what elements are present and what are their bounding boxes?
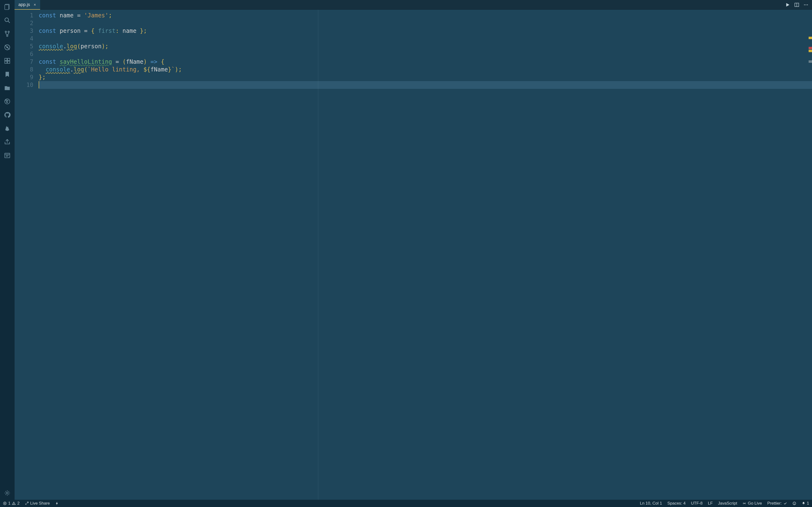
- github-icon[interactable]: [3, 111, 12, 119]
- check-icon: [783, 501, 787, 505]
- svg-rect-9: [5, 58, 7, 61]
- feedback-status[interactable]: [792, 501, 797, 505]
- quick-action-status[interactable]: [54, 501, 60, 505]
- tabs-spacer: [40, 0, 781, 9]
- encoding-status[interactable]: UTF-8: [690, 501, 704, 506]
- svg-point-4: [5, 31, 6, 33]
- svg-point-2: [5, 18, 8, 21]
- svg-point-27: [744, 503, 745, 504]
- firebase-icon[interactable]: [3, 124, 12, 133]
- live-share-status[interactable]: Live Share: [24, 501, 51, 506]
- warning-icon: [12, 501, 16, 505]
- error-marker[interactable]: [809, 47, 812, 49]
- code-line[interactable]: };: [39, 73, 812, 81]
- svg-rect-1: [5, 5, 8, 10]
- code-line[interactable]: [39, 19, 812, 27]
- line-number: 4: [14, 35, 33, 43]
- editor-actions: [781, 0, 812, 9]
- code-line[interactable]: const name = 'James';: [39, 12, 812, 19]
- text-cursor: [39, 81, 39, 89]
- activity-bar-top: [3, 2, 12, 160]
- extensions-icon[interactable]: [3, 56, 12, 65]
- overview-ruler: [809, 10, 812, 63]
- tab-label: app.js: [18, 2, 30, 7]
- status-left: 1 2 Live Share: [2, 501, 60, 506]
- notifications-status[interactable]: 1: [801, 501, 810, 506]
- line-number: 10: [14, 81, 33, 89]
- error-count: 1: [8, 501, 10, 506]
- svg-point-6: [6, 35, 8, 37]
- share-icon[interactable]: [3, 137, 12, 146]
- files-icon[interactable]: [3, 83, 12, 92]
- close-icon[interactable]: ×: [33, 3, 37, 7]
- svg-point-28: [793, 502, 796, 505]
- editor-group: app.js × 12345678910: [14, 0, 812, 500]
- bell-icon: [802, 501, 806, 505]
- code-line[interactable]: [39, 81, 812, 89]
- code-line[interactable]: console.log(`Hello linting, ${fName}`);: [39, 66, 812, 73]
- line-number: 6: [14, 50, 33, 58]
- line-number: 8: [14, 66, 33, 73]
- language-status[interactable]: JavaScript: [717, 501, 738, 506]
- live-share-label: Live Share: [30, 501, 50, 506]
- svg-rect-10: [7, 58, 10, 61]
- line-number: 5: [14, 43, 33, 50]
- editor-body[interactable]: 12345678910 const name = 'James';const p…: [14, 10, 812, 500]
- code-line[interactable]: console.log(person);: [39, 43, 812, 50]
- main-row: app.js × 12345678910: [0, 0, 812, 500]
- svg-line-3: [8, 21, 10, 23]
- error-icon: [3, 501, 7, 505]
- status-bar: 1 2 Live Share Ln 10, Col 1 Spaces: 4 UT…: [0, 500, 812, 507]
- go-live-status[interactable]: Go Live: [742, 501, 763, 506]
- indentation-status[interactable]: Spaces: 4: [666, 501, 687, 506]
- cursor-position[interactable]: Ln 10, Col 1: [639, 501, 663, 506]
- circle-branch-icon[interactable]: [3, 97, 12, 106]
- line-number: 7: [14, 58, 33, 66]
- warning-marker[interactable]: [809, 50, 812, 52]
- browser-preview-icon[interactable]: [3, 151, 12, 160]
- svg-point-29: [794, 503, 794, 503]
- smiley-icon: [793, 501, 796, 505]
- notification-count: 1: [807, 501, 809, 506]
- svg-point-21: [804, 4, 805, 5]
- code-line[interactable]: [39, 35, 812, 43]
- more-icon[interactable]: [803, 2, 809, 7]
- broadcast-icon: [743, 501, 746, 505]
- prettier-status[interactable]: Prettier:: [766, 501, 788, 506]
- svg-point-23: [807, 4, 808, 5]
- explorer-icon[interactable]: [3, 2, 12, 11]
- code-line[interactable]: [39, 50, 812, 58]
- problems-status[interactable]: 1 2: [2, 501, 20, 506]
- svg-point-18: [6, 492, 8, 494]
- bookmark-icon[interactable]: [3, 70, 12, 79]
- activity-bar: [0, 0, 14, 500]
- status-right: Ln 10, Col 1 Spaces: 4 UTF-8 LF JavaScri…: [639, 501, 810, 506]
- line-number: 1: [14, 12, 33, 19]
- svg-rect-11: [5, 61, 7, 63]
- svg-point-22: [806, 4, 806, 5]
- run-icon[interactable]: [785, 2, 790, 7]
- code-line[interactable]: const person = { first: name };: [39, 27, 812, 35]
- settings-gear-icon[interactable]: [3, 489, 12, 497]
- eol-status[interactable]: LF: [707, 501, 714, 506]
- bolt-icon: [55, 501, 59, 505]
- svg-point-30: [795, 503, 795, 503]
- code-line[interactable]: const sayHelloLinting = (fName) => {: [39, 58, 812, 66]
- line-number: 2: [14, 19, 33, 27]
- svg-point-26: [14, 504, 14, 504]
- warning-count: 2: [17, 501, 19, 506]
- debug-icon[interactable]: [3, 43, 12, 52]
- source-control-icon[interactable]: [3, 30, 12, 38]
- warning-marker[interactable]: [809, 37, 812, 39]
- tab-app-js[interactable]: app.js ×: [14, 0, 40, 9]
- gutter: 12345678910: [14, 10, 39, 500]
- search-icon[interactable]: [3, 16, 12, 24]
- code-area[interactable]: const name = 'James';const person = { fi…: [39, 10, 812, 500]
- line-number: 9: [14, 73, 33, 81]
- cursor-marker: [809, 60, 812, 63]
- live-share-icon: [25, 501, 29, 505]
- activity-bar-bottom: [3, 489, 12, 497]
- svg-point-5: [8, 31, 9, 33]
- tabs-row: app.js ×: [14, 0, 812, 10]
- split-editor-icon[interactable]: [794, 2, 800, 7]
